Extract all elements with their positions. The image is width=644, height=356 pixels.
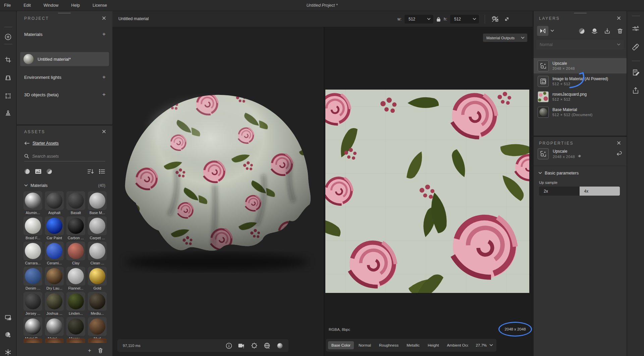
material-asset-carrara[interactable]: Carrara... xyxy=(23,242,42,265)
material-asset-carpet[interactable]: Carpet ... xyxy=(88,216,107,240)
sort-icon[interactable] xyxy=(87,168,94,174)
marquee-tool-icon[interactable] xyxy=(4,92,12,100)
material-thumb-partial[interactable] xyxy=(88,338,107,343)
close-icon[interactable] xyxy=(616,16,622,21)
materials-group-header[interactable]: Materials (40) xyxy=(24,183,105,188)
basic-parameters-header[interactable]: Basic parameters xyxy=(538,170,579,175)
layer-row-roses-jacquard[interactable]: rosesJacquard.png 512 × 512 xyxy=(534,89,627,104)
channel-tab-ambient-occ[interactable]: Ambient Occ xyxy=(443,341,468,349)
share-icon[interactable] xyxy=(631,86,640,95)
delete-layer-icon[interactable] xyxy=(617,28,623,34)
fill-icon[interactable] xyxy=(579,28,585,34)
sphere-filter-icon[interactable] xyxy=(46,168,52,174)
layer-row-base-material[interactable]: Base Material 512 × 512 (Document) xyxy=(534,104,627,120)
measure-icon[interactable] xyxy=(631,43,640,51)
material-asset-clean[interactable]: Clean ... xyxy=(88,242,107,265)
add-material-button[interactable]: + xyxy=(102,31,106,37)
close-icon[interactable] xyxy=(102,129,107,135)
panel-handle[interactable] xyxy=(574,13,587,13)
materials-filter-icon[interactable] xyxy=(24,168,30,174)
material-outputs-dropdown[interactable]: Material Outputs xyxy=(483,34,527,42)
reset-icon[interactable] xyxy=(616,151,623,157)
filters-icon[interactable] xyxy=(631,24,640,33)
list-view-icon[interactable] xyxy=(99,168,105,174)
material-asset-clay[interactable]: Clay xyxy=(66,242,85,265)
material-asset-alumin[interactable]: Alumin... xyxy=(23,191,42,215)
expand-viewport-icon[interactable] xyxy=(502,15,511,23)
channel-tab-height[interactable]: Height xyxy=(424,341,442,349)
material-asset-car-paint[interactable]: Car Paint xyxy=(45,216,64,240)
material-ball-icon[interactable] xyxy=(276,342,283,349)
viewport-3d[interactable]: 97,110 ms xyxy=(112,27,324,356)
perspective-tool-icon[interactable] xyxy=(4,73,12,82)
width-dropdown[interactable]: 512 xyxy=(405,15,433,23)
material-asset-metal[interactable]: Metal ... xyxy=(45,317,64,341)
material-asset-gold[interactable]: Gold xyxy=(88,267,107,290)
info-icon[interactable] xyxy=(225,342,232,349)
material-asset-base-m[interactable]: Base M... xyxy=(88,191,107,215)
layer-row-image-to-material[interactable]: Image to Material (AI Powered) 512 × 512 xyxy=(534,73,627,89)
menu-license[interactable]: License xyxy=(93,3,107,8)
layer-row-upscale[interactable]: Upscale 2048 × 2048 xyxy=(534,58,627,73)
menu-window[interactable]: Window xyxy=(44,3,58,8)
material-thumb-partial[interactable] xyxy=(23,338,42,343)
menu-file[interactable]: File xyxy=(4,3,11,8)
lock-icon[interactable] xyxy=(436,17,441,22)
mask-icon[interactable] xyxy=(591,28,598,34)
material-asset-basalt[interactable]: Basalt xyxy=(66,191,85,215)
material-asset-cerami[interactable]: Cerami... xyxy=(45,242,64,265)
camera-icon[interactable] xyxy=(238,342,245,349)
gear-icon[interactable] xyxy=(577,154,582,159)
display-settings-icon[interactable] xyxy=(4,313,12,322)
material-item-untitled[interactable]: Untitled material* xyxy=(20,52,109,66)
material-asset-jersey[interactable]: Jersey ... xyxy=(23,292,42,315)
panel-handle[interactable] xyxy=(58,13,71,13)
material-asset-braid-f[interactable]: Braid F... xyxy=(23,216,42,240)
material-asset-linden[interactable]: Linden... xyxy=(66,292,85,315)
add-asset-button[interactable]: + xyxy=(88,348,91,353)
material-asset-denim[interactable]: Denim ... xyxy=(23,267,42,290)
starter-assets-link[interactable]: Starter Assets xyxy=(24,141,59,146)
split-view-button[interactable] xyxy=(537,26,548,36)
images-filter-icon[interactable] xyxy=(35,169,42,174)
notes-icon[interactable] xyxy=(631,68,640,77)
material-thumb-partial[interactable] xyxy=(45,338,64,343)
add-environment-button[interactable]: + xyxy=(102,74,106,80)
globe-icon[interactable] xyxy=(264,342,270,349)
close-icon[interactable] xyxy=(102,16,107,21)
viewport-2d[interactable]: Material Outputs xyxy=(325,27,533,356)
close-icon[interactable] xyxy=(616,141,622,146)
material-asset-joshua[interactable]: Joshua ... xyxy=(45,292,64,315)
channel-tab-normal[interactable]: Normal xyxy=(355,341,374,349)
channel-tab-metallic[interactable]: Metallic xyxy=(403,341,423,349)
material-asset-mediu[interactable]: Mediu... xyxy=(88,292,107,315)
import-icon[interactable] xyxy=(604,28,610,34)
material-asset-metal-b[interactable]: Metal B... xyxy=(23,317,42,341)
crop-tool-icon[interactable] xyxy=(4,55,12,64)
plugins-icon[interactable] xyxy=(4,348,12,356)
material-asset-carbon[interactable]: Carbon ... xyxy=(66,216,85,240)
add-button[interactable] xyxy=(4,33,12,41)
up-sample-option-4x[interactable]: 4x xyxy=(580,187,620,196)
material-asset-dry-lau[interactable]: Dry Lau... xyxy=(45,267,64,290)
viewport-settings-icon[interactable] xyxy=(4,330,12,339)
up-sample-option-2x[interactable]: 2x xyxy=(539,187,580,196)
environment-icon[interactable] xyxy=(251,342,258,349)
material-asset-mossy[interactable]: Mossy... xyxy=(66,317,85,341)
menu-edit[interactable]: Edit xyxy=(23,3,31,8)
chevron-down-icon[interactable] xyxy=(550,30,554,32)
material-asset-flannel[interactable]: Flannel... xyxy=(66,267,85,290)
clone-stamp-tool-icon[interactable] xyxy=(4,109,12,118)
channel-tab-base-color[interactable]: Base Color xyxy=(328,341,354,349)
zoom-dropdown[interactable]: 27.7% xyxy=(476,343,494,347)
search-input[interactable] xyxy=(32,154,99,159)
add-object-button[interactable]: + xyxy=(102,92,106,97)
height-dropdown[interactable]: 512 xyxy=(450,15,479,23)
menu-help[interactable]: Help xyxy=(71,3,80,8)
material-thumb-partial[interactable] xyxy=(66,338,85,343)
material-asset-asphalt[interactable]: Asphalt xyxy=(45,191,64,215)
delete-asset-icon[interactable] xyxy=(98,348,103,353)
view-mode-toggle-icon[interactable] xyxy=(491,15,499,23)
material-asset-mud[interactable]: Mud xyxy=(88,317,107,341)
channel-tab-roughness[interactable]: Roughness xyxy=(376,341,402,349)
